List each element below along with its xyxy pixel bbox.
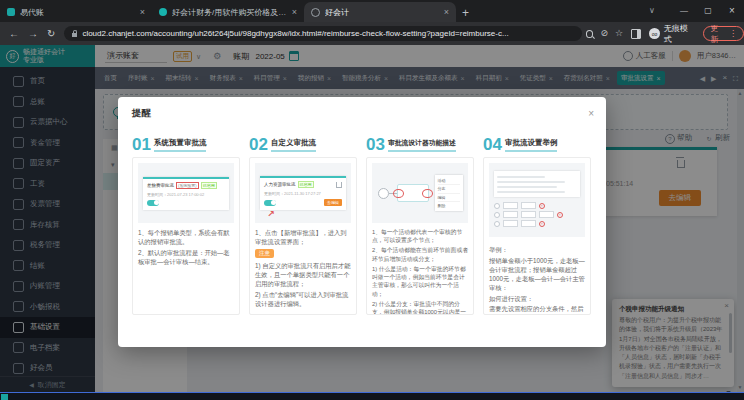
lock-icon[interactable] — [72, 33, 77, 37]
browser-tab-strip: 易代账 好会计财务/用软件购买价格及… 好会计 — [0, 0, 744, 22]
section-number: 02 — [249, 137, 268, 152]
bookmark-star-icon[interactable] — [615, 29, 623, 38]
zoom-icon[interactable] — [586, 30, 594, 38]
section-paragraph: 1、每一个活动都代表一个审核的节点，可以设置多个节点； — [372, 228, 468, 245]
back-icon[interactable] — [9, 29, 19, 39]
red-annotation-arrow — [267, 210, 275, 219]
toggle-on-icon — [264, 200, 276, 206]
incognito-icon: oo — [649, 28, 660, 39]
incognito-label: 无痕模式 — [664, 23, 696, 45]
modal-title: 提醒 — [132, 107, 592, 120]
section-paragraph: 举例： — [489, 245, 585, 254]
note-badge: 注意 — [255, 249, 274, 258]
reload-icon[interactable] — [47, 29, 55, 39]
section-title: 审批流设计器功能描述 — [388, 138, 456, 152]
browser-tab-title: 易代账 — [20, 7, 135, 18]
trash-icon — [336, 182, 342, 188]
toggle-on-icon — [147, 200, 159, 206]
eye-blocked-icon[interactable] — [600, 29, 608, 38]
section-card: × × × 举例： 报销单金额小于1000元，走老板—会计审批流程；报销单金额超… — [483, 157, 591, 315]
section-title: 审批流设置举例 — [505, 138, 558, 152]
browser-tab[interactable]: 易代账 — [0, 2, 152, 22]
red-highlight-circle — [393, 189, 404, 198]
browser-tab-title: 好会计 — [325, 7, 439, 18]
modal-section-example: 04 审批流设置举例 × × × — [483, 130, 591, 315]
section-title: 自定义审批流 — [271, 138, 316, 152]
section-card: 人力资源审批流 已启用 更新时间：2021-11-30 17:27:27 去编辑 — [249, 157, 357, 315]
section-paragraph: 如何进行设置： — [489, 294, 585, 303]
window-minimize-button[interactable] — [672, 7, 696, 15]
section-title: 系统预置审批流 — [154, 138, 207, 152]
close-icon[interactable] — [292, 8, 297, 17]
mini-settings-panel — [494, 171, 580, 197]
incognito-badge: oo 无痕模式 — [649, 23, 695, 45]
section-paragraph: 1、点击【新增审批流】，进入到审批流设置界面； — [255, 228, 351, 246]
flow-activity-node — [397, 184, 429, 202]
browser-tab[interactable]: 好会计财务/用软件购买价格及… — [152, 2, 304, 22]
tab-search-icon[interactable] — [640, 7, 664, 15]
section-paragraph: 2、默认的审批流程是：开始—老板审批—会计审核—结束。 — [138, 248, 234, 266]
mini-flow-card: 差旅费审批流 (系统预置) 已启用 更新时间：2021-07-23 17:00:… — [143, 177, 229, 210]
section-paragraph: 1) 自定义的审批流只有启用后才能生效，且一个单据类型只能有一个启用的审批流程； — [255, 261, 351, 288]
browser-menu-icon[interactable] — [729, 30, 737, 38]
reminder-modal: 提醒 01 系统预置审批流 差旅费审批流 (系统预置) 已启用 — [118, 97, 606, 347]
new-tab-button[interactable] — [462, 7, 469, 19]
modal-section-preset-flow: 01 系统预置审批流 差旅费审批流 (系统预置) 已启用 更新时间：2021-0… — [132, 130, 240, 315]
section-illustration: 差旅费审批流 (系统预置) 已启用 更新时间：2021-07-23 17:00:… — [138, 163, 234, 223]
mini-flow-time: 更新时间：2021-07-23 17:00:02 — [147, 192, 225, 197]
menu-item: 删除 — [438, 202, 460, 209]
section-paragraph: 2) 什么是分支：审批流中不同的分支，例如报销单金额1000元以内是一个审批流程… — [372, 300, 468, 315]
browser-tab-active[interactable]: 好会计 — [304, 2, 456, 22]
section-illustration: 活动 分支 编辑 删除 — [372, 163, 468, 223]
site-favicon — [7, 8, 15, 16]
section-illustration: × × × — [489, 163, 585, 237]
section-paragraph: 2) 点击“去编辑”可以进入到审批流设计器进行编辑。 — [255, 290, 351, 308]
section-illustration: 人力资源审批流 已启用 更新时间：2021-11-30 17:27:27 去编辑 — [255, 163, 351, 223]
forward-icon[interactable] — [28, 29, 38, 39]
site-favicon — [159, 8, 167, 16]
side-panel-icon[interactable] — [631, 29, 641, 39]
window-restore-button[interactable] — [696, 7, 720, 15]
url-text[interactable]: cloud2.chanjet.com/accounting/uh26t264j5… — [82, 29, 573, 38]
flow-start-node — [378, 188, 389, 199]
section-card: 活动 分支 编辑 删除 1、每一个活动都代表一个审核的节点，可以设置多个节点； … — [366, 157, 474, 315]
modal-section-custom-flow: 02 自定义审批流 人力资源审批流 已启用 更新时间：2021-11-30 17… — [249, 130, 357, 315]
section-paragraph: 1) 什么是活动：每一个审批的环节都叫做一个活动，例如当前环节是会计主管审核，那… — [372, 265, 468, 299]
section-paragraph: 需要先设置相应的分支条件，然后增加对应活动即可。 — [489, 304, 585, 315]
section-paragraph: 报销单金额小于1000元，走老板—会计审批流程；报销单金额超过1000元，走老板… — [489, 256, 585, 293]
enabled-tag: 已启用 — [298, 181, 314, 188]
update-button[interactable]: 更新 — [703, 26, 744, 41]
browser-tab-title: 好会计财务/用软件购买价格及… — [172, 7, 287, 18]
mini-flow-card: 人力资源审批流 已启用 更新时间：2021-11-30 17:27:27 去编辑 — [260, 176, 346, 210]
taskbar-app-icon — [1, 394, 8, 400]
mini-flow-name: 差旅费审批流 — [147, 183, 174, 188]
close-icon[interactable] — [588, 109, 594, 119]
node-context-menu: 活动 分支 编辑 删除 — [435, 175, 463, 211]
menu-item: 活动 — [438, 177, 460, 185]
address-bar[interactable]: cloud2.chanjet.com/accounting/uh26t264j5… — [64, 26, 581, 41]
menu-item: 编辑 — [438, 194, 460, 202]
mini-branch-diagram: × × × — [494, 200, 580, 229]
menu-item: 分支 — [438, 185, 460, 193]
section-number: 03 — [366, 137, 385, 152]
mini-edit-button: 去编辑 — [324, 199, 342, 206]
close-icon[interactable] — [444, 8, 449, 17]
update-label: 更新 — [710, 23, 726, 45]
site-favicon — [311, 8, 320, 17]
taskbar-sliver — [0, 392, 744, 400]
window-close-button[interactable] — [720, 6, 744, 16]
red-highlight-circle — [422, 189, 433, 198]
section-paragraph: 2、每个活动都能在当前环节前面或者环节后增加活动或分支； — [372, 246, 468, 263]
mini-flow-name: 人力资源审批流 — [264, 182, 296, 187]
section-card: 差旅费审批流 (系统预置) 已启用 更新时间：2021-07-23 17:00:… — [132, 157, 240, 315]
modal-section-designer: 03 审批流设计器功能描述 活动 分支 编辑 — [366, 130, 474, 315]
section-number: 04 — [483, 137, 502, 152]
app-viewport: 好 畅捷通好会计 专业版 演示账套 试用 账期 2022-05 人工客服 用户8… — [0, 45, 744, 392]
preset-tag: (系统预置) — [176, 182, 199, 189]
close-icon[interactable] — [140, 8, 145, 17]
mini-flow-time: 更新时间：2021-11-30 17:27:27 — [264, 191, 342, 196]
enabled-tag: 已启用 — [201, 182, 217, 189]
browser-toolbar: cloud2.chanjet.com/accounting/uh26t264j5… — [0, 22, 744, 45]
section-paragraph: 1、每个报销单类型，系统会有默认的报销审批流。 — [138, 228, 234, 246]
section-number: 01 — [132, 137, 151, 152]
